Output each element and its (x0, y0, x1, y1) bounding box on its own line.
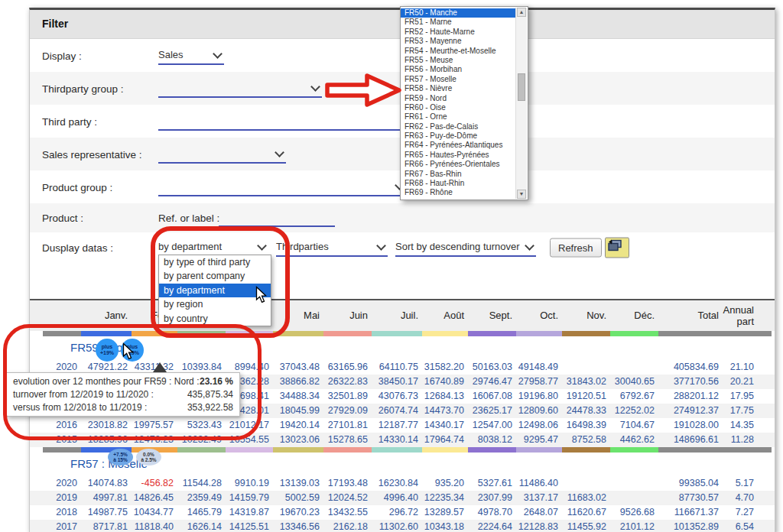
value-cell: 31582.20 (422, 360, 468, 375)
group-by-option[interactable]: by region (159, 297, 271, 311)
refresh-button[interactable]: Refresh (550, 238, 602, 258)
group-by-option[interactable]: by parent company (159, 269, 271, 283)
value-cell (610, 491, 658, 505)
value-cell: 34488.34 (273, 389, 323, 404)
color-segment (562, 331, 610, 336)
value-cell: 16554.55 (226, 433, 273, 447)
value-cell: 5323.43 (177, 418, 226, 433)
color-segment (43, 331, 81, 336)
value-cell: 16740.89 (422, 375, 468, 389)
value-cell: 38866.82 (273, 375, 323, 389)
scrollbar-thumb[interactable] (518, 73, 525, 101)
display-datas-row: Dusplay datas : by department Thirdparti… (30, 232, 775, 263)
department-option[interactable]: FR67 - Bas-Rhin (401, 170, 515, 179)
sales-representative-select[interactable] (158, 145, 286, 164)
value-cell: 21.10 (723, 360, 758, 375)
department-option[interactable]: FR54 - Meurthe-et-Moselle (401, 47, 515, 56)
color-segment (177, 447, 226, 453)
evolution-badge[interactable]: 0.0%à 2.5% (136, 449, 161, 466)
department-option[interactable]: FR50 - Manche (401, 8, 515, 18)
value-cell: 3137.17 (516, 491, 562, 505)
department-option[interactable]: FR65 - Hautes-Pyrénées (401, 151, 515, 160)
thirdparty-group-select[interactable] (158, 79, 322, 98)
tooltip-pointer (153, 362, 167, 372)
value-cell: 116671.37 (658, 505, 723, 520)
group-by-option[interactable]: by department (159, 284, 271, 297)
department-option[interactable]: FR52 - Haute-Marne (401, 28, 515, 37)
value-cell: 19670.23 (273, 505, 323, 520)
department-option[interactable]: FR56 - Morbihan (401, 65, 515, 74)
tooltip-value: 23.16 % (200, 375, 233, 388)
column-header: Sept. (468, 300, 516, 331)
value-cell: 191028.00 (658, 418, 723, 433)
value-cell: 27929.09 (323, 404, 372, 418)
column-header: Août (422, 300, 468, 331)
year-cell: 2019 (43, 491, 81, 505)
value-cell: 2162.18 (323, 520, 372, 532)
product-ref-input[interactable] (219, 209, 335, 227)
value-cell: 19420.14 (273, 418, 323, 433)
chevron-down-icon (525, 241, 534, 251)
value-cell: 24478.33 (562, 404, 610, 418)
department-option[interactable]: FR63 - Puy-de-Dôme (401, 131, 515, 141)
evolution-badge[interactable]: +7.5%à 15% (108, 449, 133, 466)
tooltip-value: 353,922.58 (187, 401, 233, 414)
sort-select[interactable]: Sort by descending turnover (395, 238, 536, 257)
evolution-badge[interactable]: plus+19% (96, 339, 119, 362)
value-cell: 14074.83 (81, 476, 132, 491)
value-cell: 19196.80 (516, 389, 562, 404)
department-option[interactable]: FR66 - Pyrénées-Orientales (401, 160, 515, 169)
thirdparty-group-label: Thirdparty group : (42, 83, 124, 94)
color-segment (43, 447, 81, 453)
department-option[interactable]: FR62 - Pas-de-Calais (401, 122, 515, 131)
color-segment (516, 447, 562, 453)
display-select[interactable]: Sales (158, 47, 224, 65)
product-group-select[interactable] (158, 178, 406, 196)
chevron-down-icon (310, 82, 320, 92)
value-cell: 12187.77 (372, 418, 422, 433)
export-button[interactable] (605, 238, 629, 258)
entity-select[interactable]: Thirdparties (276, 238, 388, 257)
value-cell: 13023.06 (273, 433, 323, 447)
department-option[interactable]: FR68 - Haut-Rhin (401, 179, 515, 188)
scroll-up-button[interactable]: ▲ (517, 8, 526, 17)
department-option[interactable]: FR61 - Orne (401, 112, 515, 122)
value-cell: 11683.02 (562, 491, 610, 505)
scroll-down-button[interactable]: ▼ (517, 190, 526, 199)
department-option[interactable]: FR69 - Rhône (401, 188, 515, 197)
value-cell: 2359.49 (177, 491, 226, 505)
tooltip-label: versus from 12/2018 to 11/2019 : (13, 401, 147, 414)
value-cell: 13139.03 (273, 476, 323, 491)
department-option[interactable]: FR58 - Nièvre (401, 84, 515, 93)
value-cell: 99385.04 (658, 476, 723, 491)
value-cell: 4.70 (723, 491, 758, 505)
display-datas-label: Dusplay datas : (42, 242, 113, 254)
department-option[interactable]: FR57 - Moselle (401, 75, 515, 84)
color-segment (610, 331, 658, 336)
group-header: FR57 : Moselle+7.5%à 15%0.0%à 2.5% (30, 453, 775, 476)
value-cell: 13432.55 (323, 505, 372, 520)
department-option[interactable]: FR53 - Mayenne (401, 37, 515, 46)
value-cell: 29746.47 (468, 375, 516, 389)
group-by-option[interactable]: by type of third party (159, 255, 271, 269)
department-option[interactable]: FR60 - Oise (401, 103, 515, 112)
group-by-option[interactable]: by country (159, 312, 271, 326)
department-option[interactable]: FR51 - Marne (401, 18, 515, 27)
value-cell: 5327.61 (468, 476, 516, 491)
third-party-input[interactable] (158, 112, 403, 131)
dropdown-scrollbar[interactable]: ▲ ▼ (515, 8, 527, 199)
value-cell: 13289.57 (422, 505, 468, 520)
value-cell: 12235.34 (422, 491, 468, 505)
color-segment (177, 331, 226, 336)
value-cell: 30040.65 (610, 375, 658, 389)
color-segment (273, 331, 323, 336)
color-segment (323, 447, 372, 453)
color-segment (273, 447, 323, 453)
evolution-badge[interactable]: plus+19% (121, 339, 144, 362)
department-option[interactable]: FR64 - Pyrénées-Atlantiques (401, 141, 515, 150)
department-option[interactable]: FR55 - Meuse (401, 56, 515, 65)
value-cell: 14987.75 (81, 505, 132, 520)
value-cell: 19120.51 (562, 389, 610, 404)
color-segment (323, 331, 372, 336)
department-option[interactable]: FR59 - Nord (401, 94, 515, 103)
